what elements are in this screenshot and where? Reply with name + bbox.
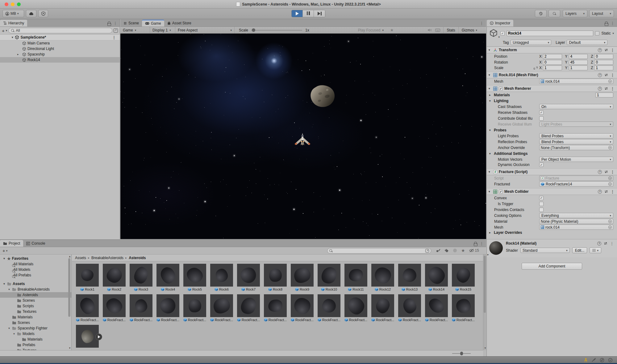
asset-thumbnail[interactable] bbox=[264, 294, 287, 317]
foldout-icon[interactable]: ▾ bbox=[12, 332, 16, 335]
layers-dropdown[interactable]: Layers ▾ bbox=[563, 10, 587, 17]
asset-item-rockfract[interactable]: RockFract... bbox=[129, 294, 153, 322]
scale-slider-knob[interactable] bbox=[252, 28, 255, 32]
physic-material-field[interactable]: None (Physic Material) bbox=[539, 219, 613, 224]
tab-console[interactable]: Console bbox=[23, 240, 48, 247]
asset-thumbnail[interactable] bbox=[103, 264, 126, 287]
project-tree-item-materials[interactable]: Materials bbox=[0, 314, 71, 320]
asset-thumbnail[interactable] bbox=[156, 294, 179, 317]
asset-thumbnail[interactable] bbox=[237, 294, 260, 317]
component-enabled-checkbox[interactable]: ✓ bbox=[499, 87, 503, 91]
project-tree-item-asteroids[interactable]: Asteroids bbox=[0, 292, 71, 298]
object-picker-icon[interactable] bbox=[608, 225, 612, 229]
presets-icon[interactable] bbox=[604, 73, 608, 77]
asset-thumbnail[interactable] bbox=[398, 264, 421, 287]
presets-icon[interactable] bbox=[604, 242, 607, 245]
add-gameobject-button[interactable]: + bbox=[2, 28, 5, 33]
asset-item-rock10[interactable]: Rock10 bbox=[317, 264, 341, 291]
rotation-y-input[interactable] bbox=[569, 60, 588, 65]
asset-item-rock11[interactable]: Rock11 bbox=[344, 264, 368, 291]
project-tree-item-breakableasteroids[interactable]: ▾BreakableAsteroids bbox=[0, 287, 71, 292]
fractured-object-field[interactable]: RockFracture14 bbox=[539, 181, 613, 187]
presets-icon[interactable] bbox=[604, 87, 608, 90]
lock-icon[interactable] bbox=[474, 242, 477, 246]
foldout-icon[interactable]: ▾ bbox=[7, 288, 11, 291]
asset-thumbnail[interactable] bbox=[210, 294, 233, 317]
hierarchy-item-main-camera[interactable]: Main Camera bbox=[0, 40, 120, 46]
project-search-input[interactable] bbox=[334, 249, 424, 253]
asset-item-rockfract[interactable]: RockFract... bbox=[75, 294, 99, 322]
asset-thumbnail[interactable] bbox=[371, 264, 394, 287]
panel-menu-icon[interactable]: ⋮ bbox=[480, 242, 484, 246]
probes-foldout[interactable]: ▾ Probes bbox=[487, 127, 617, 133]
asset-item-rockfract[interactable]: RockFract... bbox=[424, 294, 448, 322]
chevron-down-icon[interactable]: ▾ bbox=[6, 29, 7, 32]
cast-shadows-dropdown[interactable]: On▾ bbox=[539, 104, 613, 109]
open-search-window-icon[interactable] bbox=[425, 249, 429, 253]
project-tree-item-scenes[interactable]: Scenes bbox=[0, 298, 71, 303]
tab-inspector[interactable]: Inspector bbox=[487, 20, 513, 27]
motion-vectors-dropdown[interactable]: Per Object Motion▾ bbox=[539, 157, 613, 162]
display-dropdown[interactable]: Display 1▾ bbox=[150, 27, 175, 33]
project-tree-item-scenes[interactable]: Scenes bbox=[0, 320, 71, 325]
link-scale-icon[interactable] bbox=[534, 66, 538, 70]
hierarchy-item-directional-light[interactable]: Directional Light bbox=[0, 46, 120, 52]
services-button[interactable] bbox=[38, 10, 48, 17]
scale-x-input[interactable] bbox=[543, 65, 562, 70]
asset-item-rock2[interactable]: Rock2 bbox=[102, 264, 126, 291]
project-tree-item-textures[interactable]: Textures bbox=[0, 309, 71, 314]
asset-item-rockfract[interactable]: RockFract... bbox=[236, 294, 261, 322]
search-by-type-icon[interactable] bbox=[453, 248, 457, 253]
anchor-override-field[interactable]: None (Transform) bbox=[539, 145, 613, 150]
static-checkbox[interactable] bbox=[595, 31, 599, 35]
receive-shadows-checkbox[interactable]: ✓ bbox=[539, 110, 544, 115]
asset-item-rock3[interactable]: Rock3 bbox=[129, 264, 153, 291]
asset-item-rockfract[interactable]: RockFract... bbox=[451, 294, 475, 322]
project-tree-item-prefabs[interactable]: Prefabs bbox=[0, 342, 71, 348]
hidden-items-toggle[interactable]: 15 bbox=[469, 248, 479, 253]
asset-thumbnail[interactable] bbox=[344, 294, 367, 317]
help-icon[interactable]: ? bbox=[598, 87, 602, 91]
convex-checkbox[interactable]: ✓ bbox=[539, 196, 544, 200]
is-trigger-checkbox[interactable] bbox=[539, 202, 544, 206]
background-tasks-icon[interactable] bbox=[608, 358, 613, 362]
cloud-button[interactable] bbox=[26, 10, 36, 17]
foldout-icon[interactable]: ▾ bbox=[12, 36, 13, 39]
scene-header-row[interactable]: ▾ SampleScene* ⋮ bbox=[0, 35, 120, 40]
mesh-renderer-header[interactable]: ▾ ✓ Mesh Renderer ? ⋮ bbox=[487, 85, 617, 92]
component-menu-icon[interactable]: ⋮ bbox=[611, 190, 615, 194]
asset-thumbnail[interactable] bbox=[344, 264, 367, 287]
object-picker-icon[interactable] bbox=[608, 182, 612, 186]
zoom-window-button[interactable] bbox=[17, 2, 21, 6]
material-foldout-icon[interactable]: ▸ bbox=[487, 253, 489, 256]
asset-item-rock6[interactable]: Rock6 bbox=[210, 264, 234, 291]
project-tree-item-scripts[interactable]: Scripts bbox=[0, 303, 71, 309]
asset-thumbnail[interactable] bbox=[452, 264, 475, 287]
project-tree-item-models[interactable]: ▾Models bbox=[0, 331, 71, 337]
tab-hierarchy[interactable]: Hierarchy bbox=[0, 20, 27, 27]
tag-dropdown[interactable]: Untagged▾ bbox=[511, 40, 551, 45]
layer-dropdown[interactable]: Default▾ bbox=[567, 40, 607, 45]
foldout-icon[interactable]: ▾ bbox=[7, 327, 11, 330]
position-y-input[interactable] bbox=[569, 54, 588, 59]
asset-item-rockfract[interactable]: RockFract... bbox=[398, 294, 422, 322]
tab-game[interactable]: Game bbox=[142, 20, 164, 27]
lock-icon[interactable] bbox=[107, 22, 111, 25]
search-by-label-icon[interactable] bbox=[444, 249, 449, 253]
asset-item-rock7[interactable]: Rock7 bbox=[236, 264, 261, 291]
presets-icon[interactable] bbox=[604, 48, 608, 52]
thumbnail-size-slider[interactable] bbox=[452, 353, 471, 354]
project-tree-item-spaceship-fighter[interactable]: ▾Spaceship Fighter bbox=[0, 325, 71, 331]
object-picker-icon[interactable] bbox=[608, 146, 612, 149]
asset-item-rock13[interactable]: Rock13 bbox=[398, 264, 422, 291]
debugger-icon[interactable] bbox=[584, 358, 588, 362]
asset-item-rock14[interactable]: Rock14 bbox=[424, 264, 448, 291]
asset-thumbnail[interactable] bbox=[318, 294, 340, 317]
component-menu-icon[interactable]: ⋮ bbox=[611, 87, 615, 91]
panel-menu-icon[interactable]: ⋮ bbox=[611, 21, 615, 25]
asset-thumbnail[interactable] bbox=[103, 294, 126, 317]
rotation-z-input[interactable] bbox=[594, 60, 613, 65]
asset-item-rock8[interactable]: Rock8 bbox=[263, 264, 287, 291]
cloud-status-icon[interactable] bbox=[600, 358, 604, 362]
grid-scrollbar[interactable]: ▼ bbox=[483, 254, 486, 350]
